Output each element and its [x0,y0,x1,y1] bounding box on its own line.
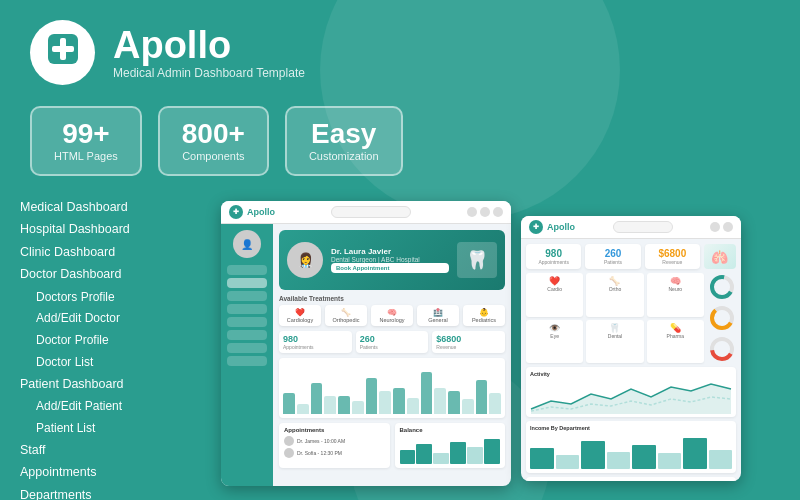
income-bar-1 [530,448,554,469]
db2-body: 980 Appointments 260 Patients $6800 Reve… [521,239,741,481]
chart-bar-2 [311,383,323,414]
sidebar-item-hospital-dashboard[interactable]: Hospital Dashboard [20,219,205,242]
sidebar-item-add-edit-patient[interactable]: Add/Edit Patient [20,396,205,418]
general-icon: 🏥 [419,308,457,317]
income-bars [530,434,732,469]
spec-cell-eye-icon: 👁️ [528,323,581,333]
pediatrics-icon: 👶 [465,308,503,317]
income-bar-2 [556,455,580,469]
available-treatments-label: Available Treatments [279,295,505,302]
patient-stats-table: Recent Patient Stats Name Age Diagnosis … [526,477,736,481]
db-body: 👤 👩‍⚕️ Dr. Laura Javier [221,224,511,486]
donut-chart-1 [708,273,736,301]
db-sidebar-nav-2 [227,278,267,288]
db-sidebar-nav-3 [227,291,267,301]
dashboard-second-screenshot: ✚ Apollo 980 Appointments 260 [521,216,741,481]
db-sidebar-nav-4 [227,304,267,314]
chart-bar-sec-1 [297,404,309,414]
sidebar-item-patient-dashboard[interactable]: Patient Dashboard [20,373,205,396]
doctor-info: Dr. Laura Javier Dental Surgeon | ABC Ho… [331,247,449,273]
main-content: Medical Dashboard Hospital Dashboard Cli… [0,196,800,500]
sidebar-item-staff[interactable]: Staff [20,439,205,462]
spec-item-cardiology: ❤️Cardiology [279,305,321,326]
sidebar-item-doctors-profile[interactable]: Doctors Profile [20,286,205,308]
specialties-row: ❤️Cardiology 🦴Orthopedic 🧠Neurology 🏥Gen… [279,305,505,326]
db2-icon-2 [723,222,733,232]
bottom-cards-row: Appointments Dr. James - 10:00 AM Dr. So… [279,423,505,468]
chart-bar-sec-8 [489,393,501,414]
donut-chart-2 [708,304,736,332]
sidebar-item-patient-list[interactable]: Patient List [20,417,205,439]
db2-stat-appt: 980 Appointments [526,244,581,269]
sidebar-item-doctor-list[interactable]: Doctor List [20,351,205,373]
chart-bar-3 [338,396,350,414]
db2-stats-row: 980 Appointments 260 Patients $6800 Reve… [526,244,736,269]
appt-name-2: Dr. Sofia - 12:30 PM [297,450,342,456]
db2-search-bar[interactable] [613,221,673,233]
mini-stat-patients: 260 Patients [356,331,429,353]
appt-avatar-2 [284,448,294,458]
db-logo-icon-small: ✚ [229,205,243,219]
sidebar-item-clinic-dashboard[interactable]: Clinic Dashboard [20,241,205,264]
svg-rect-2 [52,46,74,52]
db-search-bar[interactable] [331,206,411,218]
spec-cell-ortho-icon: 🦴 [588,276,641,286]
db-header: ✚ Apollo [221,201,511,224]
stat-number-pages: 99+ [54,120,118,148]
db2-stat-revenue: $6800 Revenue [645,244,700,269]
income-bar-3 [581,441,605,469]
db2-stat-patients: 260 Patients [585,244,640,269]
balance-card-title: Balance [400,427,501,433]
balance-mini-chart [400,436,501,464]
income-bar-6 [658,453,682,469]
income-bar-7 [683,438,707,470]
sidebar-item-appointments[interactable]: Appointments [20,462,205,485]
balance-bar-2 [416,444,432,464]
spec-cell-neuro-icon: 🧠 [649,276,702,286]
balance-card: Balance [395,423,506,468]
appt-avatar-1 [284,436,294,446]
sidebar-item-medical-dashboard[interactable]: Medical Dashboard [20,196,205,219]
chart-bar-4 [366,378,378,414]
sidebar-item-add-edit-doctor[interactable]: Add/Edit Doctor [20,308,205,330]
doctor-avatar: 👩‍⚕️ [287,242,323,278]
income-bar-5 [632,445,656,470]
appointments-card-title: Appointments [284,427,385,433]
sidebar-item-departments[interactable]: Departments [20,484,205,500]
main-chart [279,358,505,418]
sidebar-list: Medical Dashboard Hospital Dashboard Cli… [20,196,205,500]
mini-stat-appt-lbl: Appointments [283,344,348,350]
income-dept-label: Income By Department [530,425,732,431]
logo-title: Apollo [113,26,305,64]
chart-bar-sec-4 [379,391,391,414]
income-dept-chart: Income By Department [526,421,736,473]
db2-logo-icon: ✚ [529,220,543,234]
db-sidebar-nav-7 [227,343,267,353]
mini-stat-patients-num: 260 [360,334,425,344]
db2-stat-revenue-lbl: Revenue [649,259,696,265]
book-appointment-button[interactable]: Book Appointment [331,263,449,273]
logo-text-block: Apollo Medical Admin Dashboard Template [113,26,305,80]
ortho-icon: 🦴 [327,308,365,317]
spec-item-neuro: 🧠Neurology [371,305,413,326]
spec-cell-ortho: 🦴Ortho [586,273,643,317]
db2-icon-1 [710,222,720,232]
spec-cell-cardio-icon: ❤️ [528,276,581,286]
doctor-spec: Dental Surgeon | ABC Hospital [331,256,449,263]
spec-cell-neuro: 🧠Neuro [647,273,704,317]
chart-bar-5 [393,388,405,414]
sidebar-item-doctor-profile[interactable]: Doctor Profile [20,330,205,352]
db2-stat-appt-lbl: Appointments [530,259,577,265]
db2-header: ✚ Apollo [521,216,741,239]
db2-spec-grid: ❤️Cardio 🦴Ortho 🧠Neuro 👁️Eye 🦷Dental 💊Ph… [526,273,704,363]
chart-bar-7 [448,391,460,414]
db-sidebar-nav-1 [227,265,267,275]
stat-card-components: 800+ Components [158,106,269,176]
screenshots-area: ✚ Apollo 👤 [221,196,780,500]
balance-bar-4 [450,442,466,464]
mini-stats-row: 980 Appointments 260 Patients $6800 Reve… [279,331,505,353]
sidebar-item-doctor-dashboard[interactable]: Doctor Dashboard [20,264,205,287]
activity-chart: Activity [526,367,736,417]
spec-cell-eye: 👁️Eye [526,320,583,364]
mini-stat-revenue-lbl: Revenue [436,344,501,350]
